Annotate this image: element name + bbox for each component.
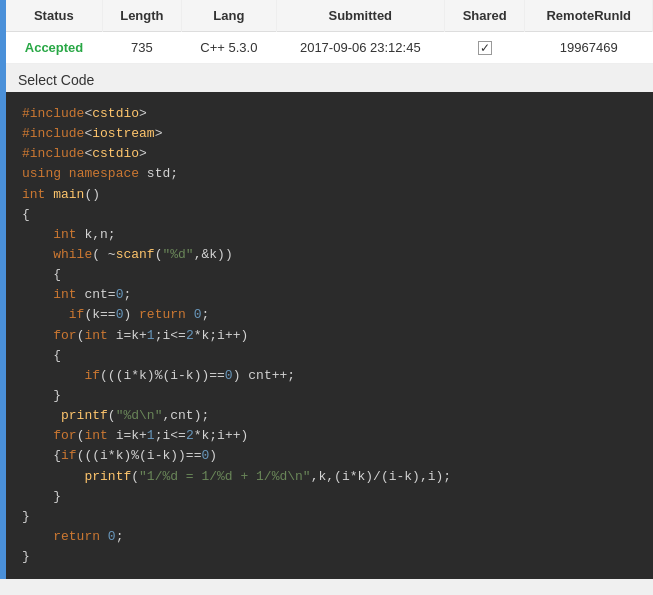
table-row: Accepted 735 C++ 5.3.0 2017-09-06 23:12:… <box>6 32 653 64</box>
col-submitted: Submitted <box>276 0 444 32</box>
shared-cell: ✓ <box>445 32 525 64</box>
code-line: if(((i*k)%(i-k))==0) cnt++; <box>22 366 637 386</box>
select-code-label: Select Code <box>6 64 653 92</box>
lang-cell: C++ 5.3.0 <box>182 32 276 64</box>
code-line: for(int i=k+1;i<=2*k;i++) <box>22 426 637 446</box>
col-lang: Lang <box>182 0 276 32</box>
code-line: int k,n; <box>22 225 637 245</box>
code-line: } <box>22 386 637 406</box>
code-line: printf("1/%d = 1/%d + 1/%d\n",k,(i*k)/(i… <box>22 467 637 487</box>
code-line: } <box>22 547 637 567</box>
code-line: #include<iostream> <box>22 124 637 144</box>
code-line: {if(((i*k)%(i-k))==0) <box>22 446 637 466</box>
code-line: return 0; <box>22 527 637 547</box>
status-cell: Accepted <box>6 32 102 64</box>
code-line: { <box>22 265 637 285</box>
length-cell: 735 <box>102 32 182 64</box>
code-line: #include<cstdio> <box>22 104 637 124</box>
code-line: printf("%d\n",cnt); <box>22 406 637 426</box>
code-line: } <box>22 487 637 507</box>
shared-checkbox[interactable]: ✓ <box>478 41 492 55</box>
code-line: } <box>22 507 637 527</box>
col-status: Status <box>6 0 102 32</box>
code-line: int cnt=0; <box>22 285 637 305</box>
code-line: using namespace std; <box>22 164 637 184</box>
status-badge: Accepted <box>25 40 84 55</box>
page-wrapper: Status Length Lang Submitted Shared Remo… <box>0 0 653 579</box>
col-shared: Shared <box>445 0 525 32</box>
code-line: if(k==0) return 0; <box>22 305 637 325</box>
code-line: { <box>22 205 637 225</box>
code-line: #include<cstdio> <box>22 144 637 164</box>
main-content: Status Length Lang Submitted Shared Remo… <box>6 0 653 579</box>
submission-table: Status Length Lang Submitted Shared Remo… <box>6 0 653 64</box>
col-length: Length <box>102 0 182 32</box>
code-line: for(int i=k+1;i<=2*k;i++) <box>22 326 637 346</box>
code-line: while( ~scanf("%d",&k)) <box>22 245 637 265</box>
code-editor[interactable]: #include<cstdio> #include<iostream> #inc… <box>6 92 653 579</box>
code-line: { <box>22 346 637 366</box>
col-remoterunid: RemoteRunId <box>525 0 653 32</box>
remoterunid-cell: 19967469 <box>525 32 653 64</box>
submitted-cell: 2017-09-06 23:12:45 <box>276 32 444 64</box>
code-line: int main() <box>22 185 637 205</box>
table-section: Status Length Lang Submitted Shared Remo… <box>6 0 653 64</box>
